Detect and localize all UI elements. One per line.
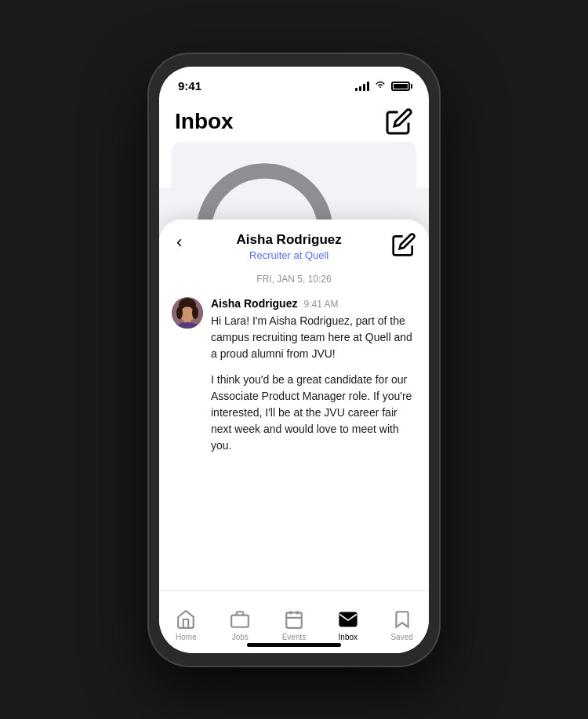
svg-rect-8 — [231, 615, 249, 626]
status-icons — [355, 80, 410, 93]
nav-label-events: Events — [282, 633, 307, 641]
home-indicator — [247, 643, 341, 647]
status-bar: 9:41 — [159, 67, 429, 101]
nav-label-jobs: Jobs — [232, 633, 249, 641]
contact-name: Aisha Rodriguez — [187, 232, 391, 248]
sender-avatar — [172, 297, 203, 329]
message-paragraph-1: Hi Lara! I'm Aisha Rodriguez, part of th… — [211, 313, 416, 362]
compose-button[interactable] — [385, 107, 413, 136]
chat-panel: ‹ Aisha Rodriguez Recruiter at Quell FRI… — [159, 220, 429, 653]
wifi-icon — [374, 80, 387, 93]
svg-point-4 — [176, 307, 183, 319]
message-paragraph-2: I think you'd be a great candidate for o… — [211, 372, 416, 454]
message-content: Aisha Rodriguez 9:41 AM Hi Lara! I'm Ais… — [211, 297, 416, 454]
status-time: 9:41 — [178, 79, 201, 93]
chat-messages: FRI, JAN 5, 10:26 — [159, 267, 429, 597]
phone-frame: 9:41 Inbox — [149, 54, 439, 666]
message-sender: Aisha Rodriguez — [211, 297, 297, 310]
message-row: Aisha Rodriguez 9:41 AM Hi Lara! I'm Ais… — [172, 297, 416, 454]
nav-item-inbox[interactable]: Inbox — [321, 609, 375, 641]
jobs-icon — [230, 609, 250, 630]
events-icon — [284, 609, 304, 630]
message-sender-line: Aisha Rodriguez 9:41 AM — [211, 297, 416, 310]
nav-item-home[interactable]: Home — [159, 609, 213, 641]
chat-header: ‹ Aisha Rodriguez Recruiter at Quell — [159, 220, 429, 267]
inbox-icon — [338, 609, 358, 630]
home-icon — [176, 609, 196, 630]
bottom-nav: Home Jobs — [159, 590, 429, 653]
inbox-screen: Inbox Search TW Theresa Webb Apr 3 — [159, 101, 429, 187]
phone-screen: 9:41 Inbox — [159, 67, 429, 653]
message-text: Hi Lara! I'm Aisha Rodriguez, part of th… — [211, 313, 416, 454]
inbox-title: Inbox — [175, 109, 234, 134]
chat-header-center: Aisha Rodriguez Recruiter at Quell — [187, 232, 391, 261]
nav-item-jobs[interactable]: Jobs — [213, 609, 267, 641]
svg-point-5 — [192, 307, 198, 319]
contact-subtitle: Recruiter at Quell — [187, 249, 391, 261]
date-separator: FRI, JAN 5, 10:26 — [172, 274, 416, 285]
nav-label-inbox: Inbox — [339, 633, 358, 641]
nav-label-saved: Saved — [390, 633, 412, 641]
inbox-header: Inbox — [159, 101, 429, 139]
nav-label-home: Home — [176, 633, 197, 641]
saved-icon — [392, 609, 412, 630]
back-button[interactable]: ‹ — [172, 232, 187, 252]
nav-item-events[interactable]: Events — [267, 609, 321, 641]
svg-rect-10 — [286, 612, 302, 628]
battery-icon — [391, 82, 410, 91]
nav-item-saved[interactable]: Saved — [375, 609, 429, 641]
chat-compose-button[interactable] — [391, 232, 416, 257]
signal-icon — [355, 82, 369, 91]
message-time: 9:41 AM — [303, 299, 338, 310]
